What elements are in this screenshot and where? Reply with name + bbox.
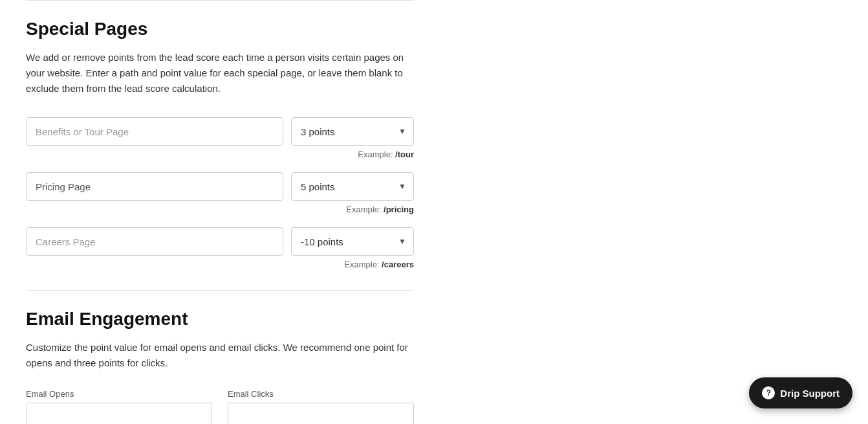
drip-support-button[interactable]: ? Drip Support: [749, 377, 852, 408]
email-clicks-group: Email Clicks: [228, 389, 414, 424]
page-input-group-3: 1 point 2 points 3 points 4 points 5 poi…: [26, 227, 414, 256]
email-opens-label: Email Opens: [26, 389, 212, 399]
page-input-3[interactable]: [26, 227, 283, 256]
points-select-wrapper-3: 1 point 2 points 3 points 4 points 5 poi…: [291, 227, 414, 256]
points-select-1[interactable]: 1 point 2 points 3 points 4 points 5 poi…: [291, 117, 414, 146]
points-select-2[interactable]: 1 point 2 points 3 points 4 points 5 poi…: [291, 172, 414, 201]
top-divider: [26, 0, 414, 1]
email-clicks-label: Email Clicks: [228, 389, 414, 399]
page-input-group-1: 1 point 2 points 3 points 4 points 5 poi…: [26, 117, 414, 146]
email-engagement-description: Customize the point value for email open…: [26, 340, 414, 371]
special-pages-description: We add or remove points from the lead sc…: [26, 50, 414, 96]
email-clicks-input[interactable]: [228, 403, 414, 424]
email-engagement-title: Email Engagement: [26, 309, 414, 329]
page-input-1[interactable]: [26, 117, 283, 146]
page-input-group-2: 1 point 2 points 3 points 4 points 5 poi…: [26, 172, 414, 201]
section-divider: [26, 290, 414, 291]
page-row-3: 1 point 2 points 3 points 4 points 5 poi…: [26, 227, 414, 269]
example-text-2: Example: /pricing: [26, 205, 414, 214]
page-input-2[interactable]: [26, 172, 283, 201]
drip-support-label: Drip Support: [780, 388, 840, 399]
points-select-wrapper-2: 1 point 2 points 3 points 4 points 5 poi…: [291, 172, 414, 201]
email-fields-row: Email Opens Email Clicks: [26, 389, 414, 424]
email-opens-group: Email Opens: [26, 389, 212, 424]
drip-support-icon: ?: [762, 386, 775, 399]
email-opens-input[interactable]: [26, 403, 212, 424]
special-pages-title: Special Pages: [26, 19, 414, 39]
example-text-1: Example: /tour: [26, 150, 414, 159]
points-select-3[interactable]: 1 point 2 points 3 points 4 points 5 poi…: [291, 227, 414, 256]
page-row-2: 1 point 2 points 3 points 4 points 5 poi…: [26, 172, 414, 214]
points-select-wrapper-1: 1 point 2 points 3 points 4 points 5 poi…: [291, 117, 414, 146]
example-text-3: Example: /careers: [26, 260, 414, 269]
page-row-1: 1 point 2 points 3 points 4 points 5 poi…: [26, 117, 414, 159]
